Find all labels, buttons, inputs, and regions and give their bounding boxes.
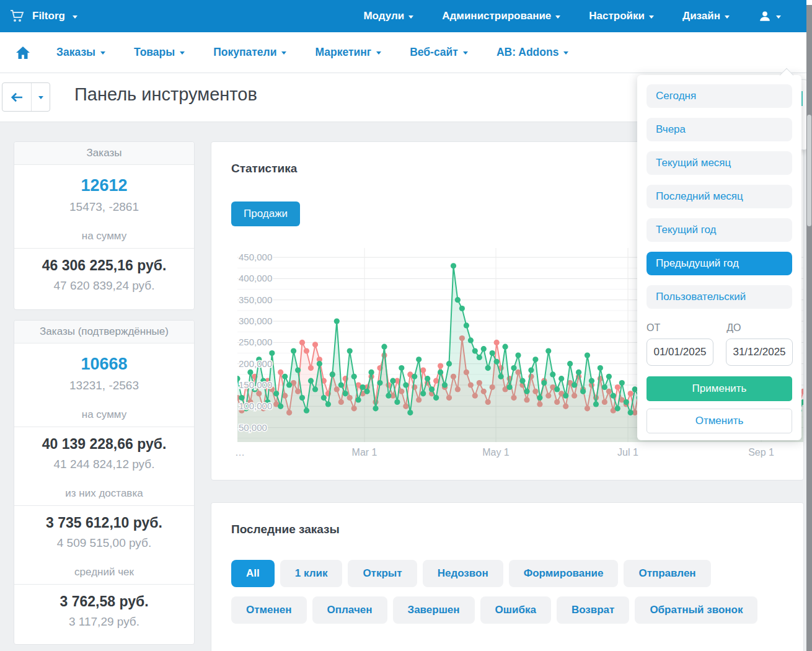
filter-one-click[interactable]: 1 клик: [280, 560, 343, 587]
delivery-label: из них доставка: [14, 487, 194, 506]
nav-customers[interactable]: Покупатели: [213, 46, 286, 59]
chart-x-axis: …Mar 1May 1Jul 1Sep 1: [237, 447, 803, 462]
x-axis-label: Jul 1: [617, 447, 638, 458]
range-labels: ОТ ДО: [647, 322, 792, 334]
delivery-value-compare: 4 509 515,00 руб.: [14, 536, 194, 550]
menu-administration[interactable]: Администрирование: [442, 10, 560, 22]
back-button[interactable]: [2, 83, 32, 111]
back-dropdown-button[interactable]: [32, 83, 50, 111]
option-yesterday[interactable]: Вчера: [647, 118, 792, 141]
page-title: Панель инструментов: [74, 84, 257, 105]
brand[interactable]: Filtorg: [9, 9, 77, 24]
option-last-month[interactable]: Последний месяц: [647, 185, 792, 208]
range-inputs: [647, 339, 792, 366]
avg-check-label: средний чек: [14, 566, 194, 585]
filter-callback[interactable]: Обратный звонок: [635, 596, 757, 624]
orders-count-compare: 15473, -2861: [14, 200, 194, 214]
chevron-down-icon: [38, 96, 43, 99]
cart-icon: [9, 9, 25, 24]
delivery-value: 3 735 612,10 руб.: [14, 515, 194, 531]
card-title: Заказы: [14, 142, 194, 165]
from-label: ОТ: [647, 322, 660, 334]
chevron-down-icon: [180, 51, 185, 55]
filter-shipped[interactable]: Отправлен: [624, 560, 710, 587]
confirmed-count-compare: 13231, -2563: [14, 379, 194, 392]
nav-ab-addons[interactable]: AB: Addons: [496, 46, 568, 59]
main-navbar: Заказы Товары Покупатели Маркетинг Веб-с…: [0, 32, 812, 73]
menu-modules[interactable]: Модули: [363, 10, 413, 22]
date-range-popup: Сегодня Вчера Текущий месяц Последний ме…: [637, 75, 801, 440]
filter-all[interactable]: All: [231, 560, 275, 587]
menu-design[interactable]: Дизайн: [682, 10, 730, 22]
brand-label: Filtorg: [32, 10, 65, 22]
chevron-down-icon: [100, 51, 105, 55]
chevron-down-icon: [463, 51, 468, 55]
confirmed-count[interactable]: 10668: [14, 355, 194, 374]
top-navbar: Filtorg Модули Администрирование Настрой…: [0, 0, 812, 32]
svg-text:450,000: 450,000: [239, 252, 272, 262]
chevron-down-icon: [555, 16, 560, 19]
scrollbar-thumb[interactable]: [807, 115, 811, 226]
home-icon[interactable]: [15, 46, 30, 60]
stats-card-orders-confirmed: Заказы (подтверждённые) 10668 13231, -25…: [14, 320, 195, 645]
nav-orders[interactable]: Заказы: [56, 46, 105, 59]
svg-text:400,000: 400,000: [239, 273, 272, 283]
chevron-down-icon: [725, 16, 730, 19]
sum-value: 46 306 225,16 руб.: [14, 257, 194, 274]
sum-value: 40 139 228,66 руб.: [14, 436, 194, 453]
option-custom[interactable]: Пользовательский: [647, 285, 792, 309]
vertical-scrollbar[interactable]: [806, 0, 812, 651]
option-current-year[interactable]: Текущий год: [647, 218, 792, 242]
chevron-down-icon: [563, 51, 568, 55]
filter-forming[interactable]: Формирование: [509, 560, 619, 587]
chevron-down-icon: [281, 51, 286, 55]
chevron-down-icon: [408, 16, 413, 19]
avg-check-value: 3 762,58 руб.: [14, 593, 194, 610]
user-icon: [758, 9, 772, 23]
nav-products[interactable]: Товары: [134, 46, 185, 59]
sum-value-compare: 41 244 824,12 руб.: [14, 458, 194, 471]
filter-completed[interactable]: Завершен: [393, 596, 475, 624]
svg-text:350,000: 350,000: [239, 294, 272, 305]
filter-cancelled[interactable]: Отменен: [231, 596, 307, 624]
chevron-down-icon: [376, 51, 381, 55]
sales-tab-button[interactable]: Продажи: [231, 202, 300, 226]
svg-text:100,000: 100,000: [239, 401, 272, 411]
date-from-input[interactable]: [647, 339, 713, 366]
arrow-left-icon: [10, 92, 24, 103]
orders-count[interactable]: 12612: [14, 176, 194, 195]
svg-text:200,000: 200,000: [239, 358, 272, 369]
back-button-group: [2, 82, 50, 112]
sum-label: на сумму: [14, 230, 194, 249]
sum-label: на сумму: [14, 409, 194, 427]
statistics-title: Статистика: [231, 162, 297, 175]
chevron-down-icon: [776, 16, 781, 19]
order-status-filters: All 1 клик Открыт Недозвон Формирование …: [231, 560, 770, 624]
filter-return[interactable]: Возврат: [557, 596, 630, 624]
apply-button[interactable]: Применить: [647, 376, 792, 401]
nav-website[interactable]: Веб-сайт: [410, 46, 468, 59]
x-axis-label: May 1: [482, 447, 510, 458]
cancel-button[interactable]: Отменить: [647, 409, 792, 433]
x-axis-label: Mar 1: [352, 447, 377, 458]
option-previous-year[interactable]: Предыдущий год: [647, 252, 792, 275]
option-current-month[interactable]: Текущий месяц: [647, 151, 792, 175]
user-menu[interactable]: [758, 9, 781, 23]
stats-card-orders: Заказы 12612 15473, -2861 на сумму 46 30…: [14, 141, 195, 310]
sum-value-compare: 47 620 839,24 руб.: [14, 279, 194, 293]
filter-error[interactable]: Ошибка: [480, 596, 551, 624]
option-today[interactable]: Сегодня: [647, 84, 792, 108]
dashboard-page: Filtorg Модули Администрирование Настрой…: [0, 0, 812, 651]
chevron-down-icon: [73, 16, 77, 19]
chevron-down-icon: [649, 16, 654, 19]
nav-marketing[interactable]: Маркетинг: [315, 46, 381, 59]
filter-paid[interactable]: Оплачен: [312, 596, 387, 624]
top-menu: Модули Администрирование Настройки Дизай…: [363, 9, 812, 23]
recent-orders-title: Последние заказы: [231, 523, 340, 536]
menu-settings[interactable]: Настройки: [589, 10, 654, 22]
date-to-input[interactable]: [726, 339, 793, 366]
x-axis-label: Sep 1: [748, 447, 774, 458]
filter-open[interactable]: Открыт: [348, 560, 417, 587]
filter-no-answer[interactable]: Недозвон: [423, 560, 503, 587]
x-axis-overflow-label: …: [235, 447, 245, 458]
